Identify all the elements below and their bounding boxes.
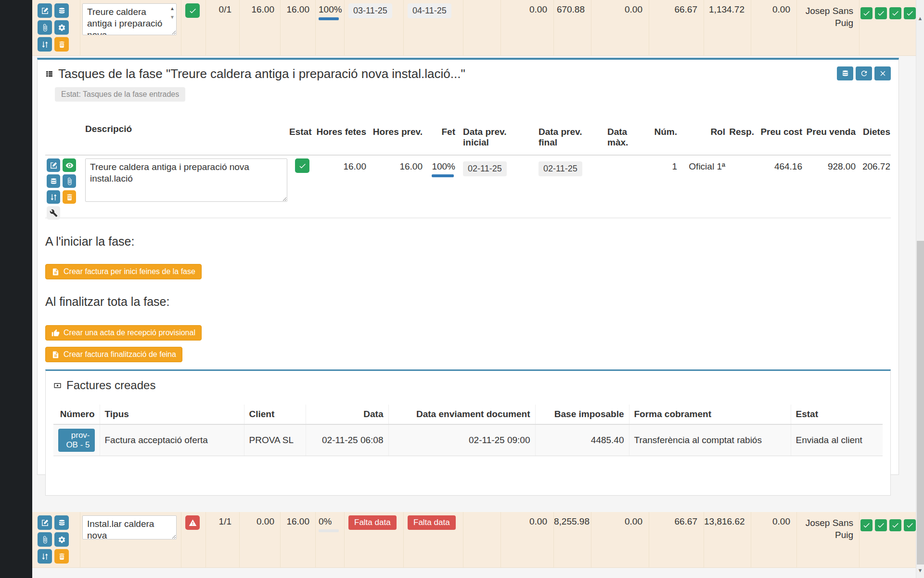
delete-button[interactable] <box>54 37 69 52</box>
flag-check-button-3[interactable] <box>889 7 901 19</box>
phase-bottom-fet-cell: 0% <box>315 512 344 567</box>
data-final-field[interactable]: 04-11-25 <box>408 3 451 18</box>
flag-check-button-2[interactable] <box>875 7 887 19</box>
scrollbar-thumb[interactable] <box>917 241 924 565</box>
create-final-invoice-button[interactable]: Crear factura finalització de feina <box>45 347 182 362</box>
task-reorder-button[interactable] <box>47 190 60 204</box>
panel-close-button[interactable] <box>874 66 891 80</box>
falta-data-badge[interactable]: Falta data <box>408 515 456 530</box>
status-badge: Estat: Tasques de la fase entrades <box>55 87 185 102</box>
phase-description-input[interactable] <box>82 3 177 35</box>
scrollbar-down-icon[interactable]: ▼ <box>916 567 924 573</box>
status-warning-button[interactable] <box>185 515 200 530</box>
edit-icon <box>50 161 58 170</box>
phase-bottom-value-5: 0.00 <box>751 512 796 567</box>
task-delete-button[interactable] <box>63 190 76 204</box>
task-status-ok-button[interactable] <box>295 158 309 173</box>
attachment-button[interactable] <box>38 532 52 547</box>
task-data-prev-inicial-field[interactable]: 02-11-25 <box>463 161 507 176</box>
phase-description-input[interactable] <box>82 515 177 539</box>
edit-icon <box>41 7 49 15</box>
flag-check-button-2[interactable] <box>875 519 887 531</box>
header-preu-venda: Preu venda <box>804 121 858 155</box>
fet-percent: 0% <box>319 516 332 526</box>
phase-bottom-description-cell <box>80 512 181 567</box>
task-row: 16.00 16.00 100% 02-11-25 02-11-25 1 Ofi… <box>45 156 891 218</box>
phase-top-data-inici-cell: 03-11-25 <box>344 0 403 55</box>
settings-button[interactable] <box>54 20 69 35</box>
check-icon <box>891 521 899 529</box>
inv-header-base-imposable: Base imposable <box>535 405 629 424</box>
create-acceptance-act-button[interactable]: Crear una acta de recepció provisional <box>45 325 202 341</box>
task-view-button[interactable] <box>63 158 76 172</box>
flag-check-button-4[interactable] <box>904 519 916 531</box>
invoice-estat: Enviada al client <box>791 424 883 456</box>
phase-bottom-value-2: 0.00 <box>591 512 649 567</box>
phase-bottom-flags <box>859 512 916 567</box>
inv-header-numero: Número <box>53 405 100 424</box>
task-attachment-button[interactable] <box>63 174 76 188</box>
check-icon <box>906 9 914 17</box>
task-rol: Oficial 1ª <box>679 156 726 218</box>
task-data-prev-final-field[interactable]: 02-11-25 <box>539 161 582 176</box>
invoice-data-enviament: 02-11-25 09:00 <box>388 424 535 456</box>
reorder-button[interactable] <box>38 549 52 564</box>
reorder-button[interactable] <box>38 37 52 52</box>
vertical-scrollbar[interactable]: ▲ ▼ <box>916 0 924 578</box>
task-tools-button[interactable] <box>47 206 60 220</box>
flag-check-button-3[interactable] <box>889 519 901 531</box>
invoice-number-badge[interactable]: prov-OB - 5 <box>58 429 95 452</box>
task-description-input[interactable] <box>85 158 287 202</box>
scroll-down-icon[interactable]: ▼ <box>170 15 175 20</box>
flag-check-button-1[interactable] <box>860 7 873 19</box>
header-fet: Fet <box>425 121 457 155</box>
attachment-icon <box>41 24 49 32</box>
attachment-icon <box>65 177 74 185</box>
reorder-icon <box>41 40 49 49</box>
panel-database-button[interactable] <box>837 66 853 80</box>
check-icon <box>862 521 871 529</box>
task-database-button[interactable] <box>47 174 60 188</box>
database-button[interactable] <box>54 3 69 18</box>
phase-top-value-1: 670.88 <box>553 0 591 55</box>
edit-button[interactable] <box>38 3 52 18</box>
phase-top-status-cell <box>181 0 205 55</box>
phase-top-responsable: Josep Sans Puig <box>796 0 859 55</box>
falta-data-badge[interactable]: Falta data <box>348 515 397 530</box>
tasks-table-header: Descripció Estat Hores fetes Hores prev.… <box>45 121 891 156</box>
header-data-max: Data màx. <box>602 121 650 155</box>
settings-button[interactable] <box>54 532 69 547</box>
panel-refresh-button[interactable] <box>856 66 872 80</box>
invoice-tipus: Factura acceptació oferta <box>100 424 244 456</box>
scrollbar-up-icon[interactable]: ▲ <box>916 15 924 21</box>
fet-progress-bar <box>319 529 339 532</box>
flag-check-button-4[interactable] <box>904 7 916 19</box>
phase-top-value-5: 0.00 <box>751 0 796 55</box>
attachment-icon <box>41 536 49 544</box>
phase-bottom-value-4: 13,816.62 <box>704 512 751 567</box>
create-start-invoice-button[interactable]: Crear factura per inici feines de la fas… <box>45 264 202 279</box>
inv-header-estat: Estat <box>791 405 883 424</box>
start-phase-heading: A l'iniciar la fase: <box>45 235 891 249</box>
phase-bottom-hores-fetes: 0.00 <box>239 512 280 567</box>
header-resp: Resp. <box>726 121 756 155</box>
edit-button[interactable] <box>38 515 52 530</box>
phase-top-actions <box>32 0 80 55</box>
check-icon <box>891 9 899 17</box>
delete-button[interactable] <box>54 549 69 564</box>
status-ok-button[interactable] <box>185 3 200 18</box>
check-icon <box>877 521 885 529</box>
task-num: 1 <box>650 156 679 218</box>
database-button[interactable] <box>54 515 69 530</box>
database-icon <box>58 7 66 15</box>
task-description-cell <box>82 156 289 218</box>
scroll-up-icon[interactable]: ▲ <box>170 6 175 11</box>
data-inici-field[interactable]: 03-11-25 <box>348 3 392 18</box>
task-edit-button[interactable] <box>47 158 60 172</box>
phase-row-bottom: 1/1 0.00 16.00 0% Falta data Falta data … <box>32 512 916 568</box>
database-icon <box>50 177 58 185</box>
flag-check-button-1[interactable] <box>860 519 873 531</box>
attachment-button[interactable] <box>38 20 52 35</box>
invoices-icon <box>53 381 62 390</box>
fet-percent: 100% <box>319 4 342 14</box>
